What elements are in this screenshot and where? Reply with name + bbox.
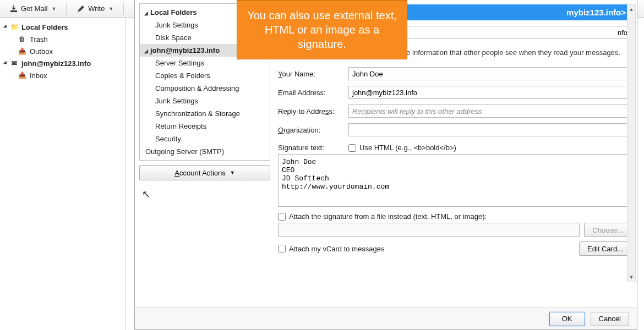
tree-item[interactable]: Security	[140, 133, 270, 145]
scroll-down-icon[interactable]: ▼	[627, 273, 635, 282]
account-label: john@mybiz123.info	[21, 59, 91, 68]
svg-rect-0	[10, 10, 17, 12]
use-html-checkbox[interactable]: Use HTML (e.g., <b>bold</b>)	[348, 144, 456, 152]
get-mail-label: Get Mail	[21, 4, 47, 13]
tree-smtp[interactable]: Outgoing Server (SMTP)	[140, 145, 270, 158]
email-label: Email Address:	[278, 89, 348, 97]
edit-card-button[interactable]: Edit Card...	[579, 241, 631, 256]
cancel-button[interactable]: Cancel	[591, 312, 629, 326]
local-folders-label: Local Folders	[21, 23, 68, 31]
chevron-down-icon: ▼	[51, 6, 56, 12]
tree-item[interactable]: Synchronization & Storage	[140, 107, 270, 120]
separator	[66, 3, 67, 15]
your-name-label: Your Name:	[278, 70, 348, 78]
tree-item[interactable]: Composition & Addressing	[140, 82, 270, 95]
sidebar-outbox[interactable]: 📤 Outbox	[0, 45, 125, 57]
scrollbar[interactable]: ▲ ▼	[627, 4, 636, 282]
signature-textarea[interactable]: John Doe CEO JD Softtech http://www.your…	[278, 154, 631, 207]
tree-item[interactable]: Junk Settings	[140, 95, 270, 107]
inbox-icon: 📥	[18, 71, 26, 80]
signature-file-path	[278, 223, 580, 237]
signature-label: Signature text:	[278, 144, 348, 152]
sidebar-inbox[interactable]: 📥 Inbox	[0, 69, 125, 81]
account-actions-button[interactable]: AAccount Actionsccount Actions ▼	[139, 165, 270, 180]
chevron-down-icon: ▼	[108, 6, 113, 12]
use-html-input[interactable]	[348, 144, 356, 152]
tree-item[interactable]: Copies & Folders	[140, 69, 270, 82]
chevron-down-icon: ▼	[230, 170, 235, 175]
reply-to-label: Reply-to Address:	[278, 107, 348, 116]
attach-file-checkbox[interactable]: Attach the signature from a file instead…	[278, 212, 487, 221]
twisty-icon	[3, 61, 8, 65]
ok-button[interactable]: OK	[549, 312, 585, 326]
mail-icon: ✉	[10, 59, 19, 68]
pencil-icon	[77, 4, 85, 13]
email-input[interactable]	[348, 86, 631, 99]
folder-sidebar: 📁 Local Folders 🗑 Trash 📤 Outbox ✉ john@…	[0, 18, 125, 330]
tutorial-callout: You can also use external text, HTML or …	[237, 0, 407, 59]
your-name-input[interactable]	[348, 67, 631, 80]
reply-to-input[interactable]	[348, 105, 631, 118]
get-mail-button[interactable]: Get Mail ▼	[3, 2, 62, 15]
download-icon	[9, 4, 18, 13]
attach-vcard-checkbox[interactable]: Attach my vCard to messages	[278, 245, 384, 253]
sidebar-trash[interactable]: 🗑 Trash	[0, 33, 125, 45]
trash-label: Trash	[30, 35, 48, 43]
write-button[interactable]: Write ▼	[70, 2, 119, 15]
organization-input[interactable]	[348, 123, 631, 136]
attach-file-label: Attach the signature from a file instead…	[289, 212, 487, 221]
choose-file-button: Choose...	[584, 223, 631, 237]
trash-icon: 🗑	[18, 35, 26, 43]
outbox-label: Outbox	[30, 47, 53, 56]
organization-label: Organization:	[278, 126, 348, 134]
tree-item[interactable]: Return Receipts	[140, 120, 270, 133]
inbox-label: Inbox	[30, 72, 47, 80]
sidebar-local-folders[interactable]: 📁 Local Folders	[0, 21, 125, 33]
folder-icon: 📁	[10, 23, 19, 31]
separator	[123, 3, 124, 15]
dialog-footer: OK Cancel	[135, 307, 637, 329]
use-html-label: Use HTML (e.g., <b>bold</b>)	[359, 144, 456, 152]
attach-vcard-input[interactable]	[278, 245, 286, 252]
outbox-icon: 📤	[18, 47, 26, 56]
vcard-label: Attach my vCard to messages	[289, 245, 384, 253]
scroll-up-icon[interactable]: ▲	[627, 5, 635, 14]
write-label: Write	[88, 4, 105, 13]
attach-file-input[interactable]	[278, 213, 286, 221]
sidebar-account[interactable]: ✉ john@mybiz123.info	[0, 57, 125, 69]
twisty-icon	[3, 24, 8, 29]
